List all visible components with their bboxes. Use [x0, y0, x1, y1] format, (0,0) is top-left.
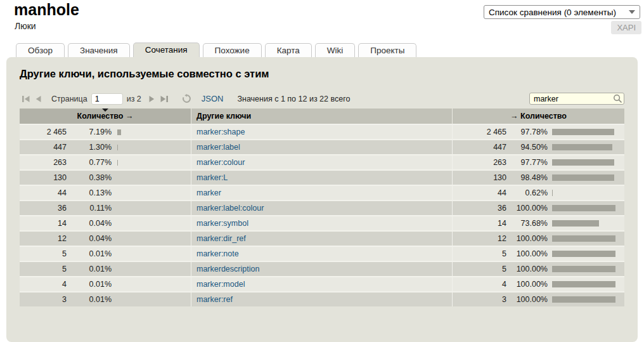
- tab-label: Карта: [277, 46, 300, 55]
- count-left-value: 36: [20, 204, 67, 213]
- count-right-cell: 5 100.00%: [452, 247, 624, 261]
- key-link[interactable]: markerdescription: [196, 265, 259, 273]
- percent-left-value: 0.38%: [67, 173, 112, 182]
- column-header-label: → Количество: [510, 112, 567, 121]
- count-right-value: 3: [453, 295, 506, 304]
- count-right-cell: 3 100.00%: [452, 293, 624, 306]
- other-key-cell: marker:note: [191, 247, 452, 261]
- key-link[interactable]: marker:note: [196, 249, 239, 258]
- percent-left-bar: [117, 129, 121, 135]
- table-row: 5 0.01% marker:note 5 100.00%: [20, 246, 624, 261]
- other-key-cell: markerdescription: [191, 262, 452, 276]
- column-header-count-right[interactable]: → Количество: [452, 109, 624, 124]
- count-left-cell: 44 0.13%: [20, 186, 191, 200]
- count-left-cell: 36 0.11%: [20, 201, 191, 215]
- percent-right-value: 97.77%: [506, 158, 548, 167]
- tab-label: Похожие: [215, 46, 250, 55]
- key-link[interactable]: marker:shape: [196, 128, 245, 136]
- other-key-cell: marker:model: [191, 277, 452, 291]
- percent-right-value: 97.78%: [506, 128, 548, 136]
- column-header-other-keys[interactable]: Другие ключи: [191, 109, 452, 124]
- count-left-value: 130: [20, 173, 67, 182]
- percent-right-value: 100.00%: [506, 295, 548, 304]
- key-link[interactable]: marker:model: [196, 280, 245, 289]
- count-left-value: 5: [20, 249, 67, 258]
- percent-left-value: 0.01%: [67, 280, 112, 289]
- key-link[interactable]: marker:symbol: [196, 219, 248, 228]
- key-link[interactable]: marker: [196, 188, 221, 197]
- last-page-button[interactable]: [158, 95, 171, 103]
- count-left-value: 12: [20, 234, 67, 243]
- tab-wiki[interactable]: Wiki: [315, 43, 356, 58]
- key-link[interactable]: marker:dir_ref: [196, 234, 246, 243]
- count-right-value: 5: [453, 265, 506, 273]
- percent-left-value: 0.04%: [67, 219, 112, 228]
- page-number-input[interactable]: [91, 93, 123, 105]
- section-heading: Другие ключи, используемые совместно с э…: [20, 57, 624, 80]
- key-link[interactable]: marker:label: [196, 143, 240, 152]
- comparison-list-select[interactable]: Список сравнения (0 элементы): [484, 5, 640, 19]
- column-header-label: Другие ключи: [196, 112, 251, 121]
- count-left-cell: 4 0.01%: [20, 277, 191, 291]
- refresh-icon[interactable]: [182, 94, 191, 103]
- tab-projects[interactable]: Проекты: [358, 43, 416, 58]
- percent-right-bar: [552, 144, 612, 150]
- table-row: 5 0.01% markerdescription 5 100.00%: [20, 261, 624, 276]
- first-page-button[interactable]: [20, 95, 32, 103]
- count-left-value: 263: [20, 158, 67, 167]
- other-key-cell: marker:shape: [191, 125, 452, 139]
- tab-map[interactable]: Карта: [265, 43, 312, 58]
- key-link[interactable]: marker:L: [196, 173, 228, 182]
- percent-left-value: 0.04%: [67, 234, 112, 243]
- xapi-button[interactable]: XAPI: [611, 21, 641, 34]
- count-right-cell: 263 97.77%: [452, 155, 624, 169]
- prev-page-button[interactable]: [32, 95, 44, 103]
- count-right-cell: 2 465 97.78%: [452, 125, 624, 139]
- table-toolbar: Страница из 2 JSON Значения с 1 по 12 из…: [20, 91, 624, 107]
- count-right-value: 2 465: [453, 128, 506, 136]
- tab-similar[interactable]: Похожие: [203, 43, 262, 58]
- count-right-value: 447: [453, 143, 506, 152]
- count-right-cell: 447 94.50%: [452, 140, 624, 154]
- table-row: 44 0.13% marker 44 0.62%: [20, 185, 624, 200]
- other-key-cell: marker:dir_ref: [191, 232, 452, 246]
- percent-right-bar: [552, 205, 615, 211]
- percent-right-bar: [552, 251, 615, 257]
- count-left-cell: 2 465 7.19%: [20, 125, 191, 139]
- key-link[interactable]: marker:ref: [196, 295, 233, 304]
- percent-right-bar: [552, 281, 615, 287]
- column-header-count-left[interactable]: Количество →: [20, 109, 191, 124]
- content-panel: Другие ключи, используемые совместно с э…: [6, 57, 638, 342]
- tab-label: Сочетания: [145, 45, 188, 55]
- tab-bar: ОбзорЗначенияСочетанияПохожиеКартаWikiПр…: [16, 43, 416, 58]
- other-key-cell: marker: [191, 186, 452, 200]
- json-link[interactable]: JSON: [202, 94, 224, 103]
- tab-label: Wiki: [327, 46, 344, 55]
- comparison-list-label: Список сравнения (0 элементы): [489, 8, 616, 17]
- count-left-value: 4: [20, 280, 67, 289]
- count-left-value: 14: [20, 219, 67, 228]
- tab-values[interactable]: Значения: [68, 43, 130, 58]
- percent-left-value: 1.30%: [67, 143, 112, 152]
- count-left-cell: 5 0.01%: [20, 247, 191, 261]
- next-page-button[interactable]: [146, 95, 158, 103]
- search-box: [529, 93, 624, 105]
- count-right-cell: 5 100.00%: [452, 262, 624, 276]
- percent-left-value: 0.11%: [67, 204, 112, 213]
- percent-right-value: 100.00%: [506, 234, 548, 243]
- percent-left-value: 0.01%: [67, 295, 112, 304]
- range-text: Значения с 1 по 12 из 22 всего: [237, 95, 350, 103]
- tab-combinations[interactable]: Сочетания: [133, 43, 200, 58]
- percent-right-value: 100.00%: [506, 204, 548, 213]
- search-icon[interactable]: [613, 94, 622, 105]
- search-input[interactable]: [529, 93, 624, 105]
- count-left-cell: 5 0.01%: [20, 262, 191, 276]
- tab-overview[interactable]: Обзор: [16, 43, 65, 58]
- table-header-row: Количество → Другие ключи → Количество: [20, 109, 624, 124]
- count-left-value: 5: [20, 265, 67, 273]
- table-row: 36 0.11% marker:label:colour 36 100.00%: [20, 200, 624, 215]
- key-link[interactable]: marker:colour: [196, 158, 245, 167]
- count-left-cell: 130 0.38%: [20, 171, 191, 185]
- count-right-value: 12: [453, 234, 506, 243]
- key-link[interactable]: marker:label:colour: [196, 204, 264, 213]
